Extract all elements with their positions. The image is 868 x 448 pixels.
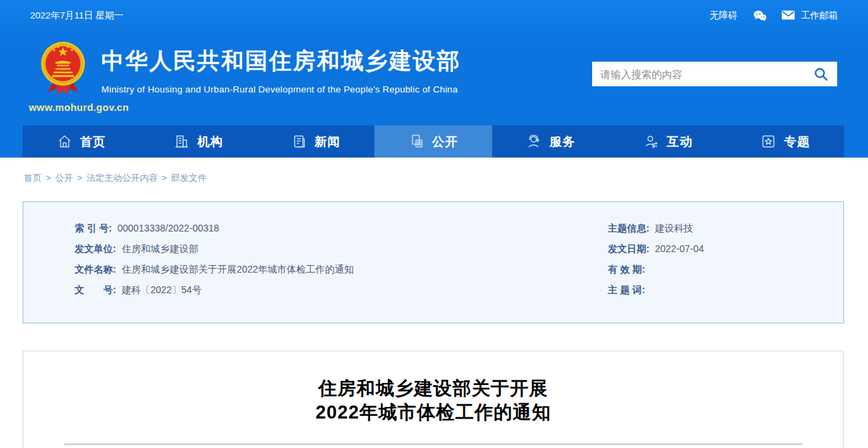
meta-label: 索 引 号: <box>75 218 112 238</box>
meta-row-validity-period: 有 效 期: <box>608 259 704 279</box>
work-mailbox-label: 工作邮箱 <box>801 10 838 22</box>
nav-item-interaction[interactable]: 互动 <box>609 125 726 158</box>
nav-item-home[interactable]: 首页 <box>23 125 140 158</box>
organization-icon <box>174 134 190 149</box>
breadcrumb-separator: > <box>162 173 167 183</box>
site-title: 中华人民共和国住房和城乡建设部 <box>101 46 461 77</box>
search-input[interactable] <box>600 69 813 80</box>
meta-label: 文 号: <box>75 279 116 300</box>
meta-label: 有 效 期: <box>608 259 645 279</box>
meta-label: 主题信息: <box>608 218 650 238</box>
meta-row-issue-date: 发文日期: 2022-07-04 <box>608 238 704 259</box>
document-meta-box: 索 引 号: 000013338/2022-00318 发文单位: 住房和城乡建… <box>23 201 844 323</box>
nav-item-organization[interactable]: 机构 <box>140 125 257 158</box>
breadcrumb-home[interactable]: 首页 <box>24 173 42 183</box>
envelope-icon <box>781 10 796 22</box>
article-title-line2: 2022年城市体检工作的通知 <box>23 401 843 425</box>
meta-label: 文件名称: <box>75 259 116 279</box>
wechat-icon[interactable] <box>752 10 767 22</box>
national-emblem-logo <box>38 38 88 102</box>
main-nav: 首页 机构 新闻 公开 <box>23 125 844 158</box>
interaction-icon <box>643 134 659 149</box>
site-title-english: Ministry of Housing and Urban-Rural Deve… <box>101 84 461 95</box>
meta-row-document-number: 文 号: 建科〔2022〕54号 <box>75 279 354 300</box>
meta-row-document-name: 文件名称: 住房和城乡建设部关于开展2022年城市体检工作的通知 <box>75 259 354 279</box>
meta-value: 住房和城乡建设部 <box>122 238 199 259</box>
disclosure-icon <box>409 134 424 149</box>
breadcrumb: 首页>公开>法定主动公开内容>部发文件 <box>24 172 868 184</box>
meta-value: 住房和城乡建设部关于开展2022年城市体检工作的通知 <box>122 259 354 279</box>
meta-label: 发文日期: <box>608 238 650 259</box>
meta-value: 2022-07-04 <box>655 238 704 259</box>
meta-row-index-number: 索 引 号: 000013338/2022-00318 <box>75 218 354 238</box>
header: www.mohurd.gov.cn 中华人民共和国住房和城乡建设部 Minist… <box>0 31 868 125</box>
service-icon <box>526 134 541 149</box>
news-icon <box>292 134 307 149</box>
article-title-line1: 住房和城乡建设部关于开展 <box>23 377 843 401</box>
search-box <box>592 62 837 86</box>
meta-label: 发文单位: <box>75 238 116 259</box>
meta-value: 建设科技 <box>655 218 693 238</box>
topbar: 2022年7月11日 星期一 无障碍 <box>0 0 868 31</box>
breadcrumb-current-page: 部发文件 <box>171 173 207 183</box>
breadcrumb-statutory-content[interactable]: 法定主动公开内容 <box>86 173 157 183</box>
nav-item-services[interactable]: 服务 <box>492 125 609 158</box>
nav-item-disclosure[interactable]: 公开 <box>374 125 492 158</box>
breadcrumb-separator: > <box>77 173 83 183</box>
search-icon[interactable] <box>813 66 829 82</box>
site-header-area: 2022年7月11日 星期一 无障碍 <box>0 0 868 158</box>
breadcrumb-disclosure[interactable]: 公开 <box>55 173 73 183</box>
meta-row-subject-info: 主题信息: 建设科技 <box>608 218 704 238</box>
meta-row-issuing-unit: 发文单位: 住房和城乡建设部 <box>75 238 354 259</box>
nav-item-news[interactable]: 新闻 <box>257 125 374 158</box>
home-icon <box>57 134 73 149</box>
nav-item-topics[interactable]: 专题 <box>727 125 844 158</box>
article-title-divider <box>64 443 802 445</box>
site-url: www.mohurd.gov.cn <box>29 102 129 113</box>
meta-value: 000013338/2022-00318 <box>117 218 219 238</box>
work-mailbox-link[interactable]: 工作邮箱 <box>781 10 838 22</box>
current-date: 2022年7月11日 星期一 <box>30 10 123 22</box>
topics-icon <box>761 134 776 149</box>
breadcrumb-separator: > <box>46 173 51 183</box>
article-container: 住房和城乡建设部关于开展 2022年城市体检工作的通知 <box>23 351 844 448</box>
accessibility-link[interactable]: 无障碍 <box>710 10 738 22</box>
meta-label: 主 题 词: <box>608 279 645 300</box>
meta-value: 建科〔2022〕54号 <box>122 279 202 300</box>
meta-row-keywords: 主 题 词: <box>608 279 704 300</box>
